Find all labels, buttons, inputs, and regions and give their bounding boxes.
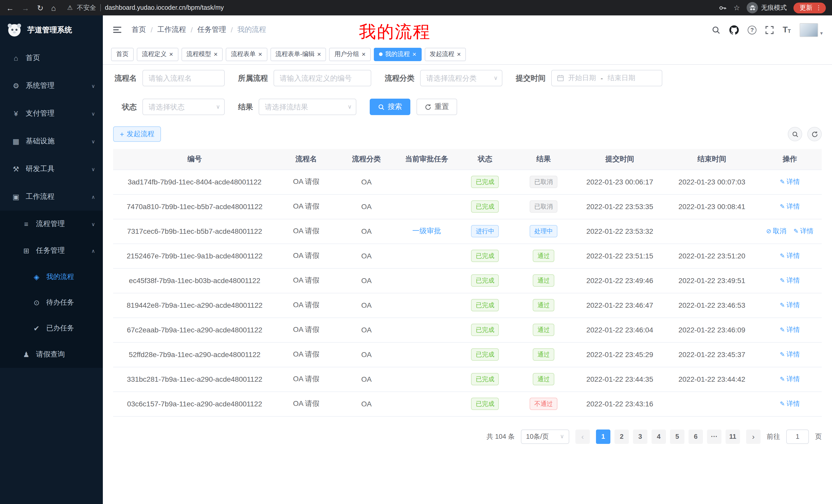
url-text[interactable]: dashboard.yudao.iocoder.cn/bpm/task/my xyxy=(105,4,224,11)
cell-category: OA xyxy=(336,268,396,293)
status-select-input[interactable] xyxy=(142,99,225,115)
page-button[interactable]: 6 xyxy=(688,429,703,444)
detail-action[interactable]: ✎详情 xyxy=(794,227,813,236)
filter-label-category: 流程分类 xyxy=(385,73,414,83)
sidebar-item-leave-query[interactable]: ♟ 请假查询 xyxy=(0,341,103,368)
detail-action[interactable]: ✎详情 xyxy=(780,301,800,310)
detail-action[interactable]: ✎详情 xyxy=(780,202,800,211)
reset-button[interactable]: 重置 xyxy=(417,99,457,115)
close-icon[interactable]: × xyxy=(317,51,321,58)
address-bar[interactable]: ⚠ 不安全 dashboard.yudao.iocoder.cn/bpm/tas… xyxy=(67,3,719,12)
page-ellipsis-button[interactable]: ··· xyxy=(707,429,722,444)
page-button[interactable]: 5 xyxy=(670,429,684,444)
current-task-link[interactable]: 一级审批 xyxy=(412,227,441,235)
search-icon[interactable] xyxy=(712,25,721,34)
table-row: ec45f38f-7b9a-11ec-b03b-acde48001122OA 请… xyxy=(113,268,822,293)
create-process-button[interactable]: + 发起流程 xyxy=(113,127,161,142)
sidebar-collapse-icon[interactable] xyxy=(112,25,122,35)
sidebar-item-my-process[interactable]: ◈ 我的流程 xyxy=(0,264,103,290)
status-tag: 已完成 xyxy=(471,398,499,410)
sidebar-item-todo-tasks[interactable]: ⊙ 待办任务 xyxy=(0,290,103,315)
breadcrumb-item[interactable]: 首页 xyxy=(132,25,146,34)
sidebar-item-payment[interactable]: ¥ 支付管理 ∨ xyxy=(0,100,103,128)
prev-page-button[interactable]: ‹ xyxy=(575,429,590,444)
tab-start-process[interactable]: 发起流程 × xyxy=(424,48,466,61)
result-select-input[interactable] xyxy=(259,99,356,115)
sidebar-item-process-mgmt[interactable]: ≡ 流程管理 ∨ xyxy=(0,211,103,237)
page-size-select[interactable]: 10条/页 ∨ xyxy=(521,429,569,444)
detail-action[interactable]: ✎详情 xyxy=(780,350,800,359)
sidebar-item-task-mgmt[interactable]: ⊞ 任务管理 ∧ xyxy=(0,237,103,264)
tab-process-form[interactable]: 流程表单 × xyxy=(226,48,267,61)
detail-action[interactable]: ✎详情 xyxy=(780,374,800,384)
close-icon[interactable]: × xyxy=(258,51,262,58)
next-page-button[interactable]: › xyxy=(746,429,760,444)
close-icon[interactable]: × xyxy=(412,51,416,58)
cancel-action[interactable]: ⊘取消 xyxy=(766,227,786,236)
cell-current-task xyxy=(396,293,457,317)
close-icon[interactable]: × xyxy=(169,51,173,58)
close-icon[interactable]: × xyxy=(457,51,461,58)
result-select[interactable]: ∨ xyxy=(259,99,356,115)
submit-time-range-picker[interactable]: 开始日期 - 结束日期 xyxy=(551,70,662,86)
search-button[interactable]: 搜索 xyxy=(370,99,410,115)
back-icon[interactable]: ← xyxy=(6,4,14,11)
page-button[interactable]: 11 xyxy=(726,429,740,444)
font-size-icon[interactable]: TT xyxy=(783,26,791,34)
sidebar-item-workflow[interactable]: ▣ 工作流程 ∧ xyxy=(0,183,103,211)
sidebar-item-label: 研发工具 xyxy=(26,164,54,174)
tab-process-model[interactable]: 流程模型 × xyxy=(181,48,223,61)
status-select[interactable]: ∨ xyxy=(142,99,225,115)
toggle-search-button[interactable] xyxy=(788,127,802,141)
bookmark-star-icon[interactable]: ☆ xyxy=(733,4,740,12)
sidebar-item-system[interactable]: ⚙ 系统管理 ∨ xyxy=(0,72,103,100)
page-button[interactable]: 1 xyxy=(596,429,610,444)
tab-user-group[interactable]: 用户分组 × xyxy=(329,48,371,61)
page-button[interactable]: 3 xyxy=(633,429,647,444)
update-menu-button[interactable]: 更新 ⋮ xyxy=(794,2,826,13)
tab-home[interactable]: 首页 xyxy=(111,48,134,61)
status-tag: 已完成 xyxy=(471,299,499,311)
github-icon[interactable] xyxy=(729,25,739,35)
tab-process-form-edit[interactable]: 流程表单-编辑 × xyxy=(270,48,326,61)
goto-page-input[interactable] xyxy=(786,429,809,444)
security-label[interactable]: 不安全 xyxy=(77,3,96,12)
sidebar-item-home[interactable]: ⌂ 首页 xyxy=(0,44,103,72)
detail-action[interactable]: ✎详情 xyxy=(780,325,800,334)
category-select[interactable]: ∨ xyxy=(420,70,502,86)
breadcrumb-separator: / xyxy=(191,26,193,34)
tab-my-process[interactable]: 我的流程 × xyxy=(374,48,421,61)
sidebar-item-done-tasks[interactable]: ✔ 已办任务 xyxy=(0,315,103,341)
cell-end-time: 2022-01-23 00:07:03 xyxy=(666,170,758,194)
detail-action[interactable]: ✎详情 xyxy=(780,276,800,285)
detail-action[interactable]: ✎详情 xyxy=(780,177,800,187)
close-icon[interactable]: × xyxy=(362,51,366,58)
breadcrumb-item[interactable]: 工作流程 xyxy=(157,25,186,34)
sidebar-item-infra[interactable]: ▦ 基础设施 ∨ xyxy=(0,128,103,155)
browser-home-icon[interactable]: ⌂ xyxy=(51,4,56,11)
cell-id: 03c6c157-7b9a-11ec-a290-acde48001122 xyxy=(113,391,276,416)
detail-action[interactable]: ✎详情 xyxy=(780,251,800,260)
page-button[interactable]: 4 xyxy=(651,429,666,444)
process-def-input[interactable] xyxy=(274,70,371,86)
close-icon[interactable]: × xyxy=(214,51,217,58)
fullscreen-icon[interactable] xyxy=(765,25,774,34)
edit-icon: ✎ xyxy=(780,351,785,358)
forward-icon[interactable]: → xyxy=(22,4,29,11)
detail-action[interactable]: ✎详情 xyxy=(780,399,800,409)
reload-icon[interactable]: ↻ xyxy=(37,4,44,11)
cell-name: OA 请假 xyxy=(276,367,336,391)
sidebar-item-devtools[interactable]: ⚒ 研发工具 ∨ xyxy=(0,155,103,183)
tab-process-definition[interactable]: 流程定义 × xyxy=(137,48,178,61)
app-logo[interactable]: 芋道管理系统 xyxy=(0,16,103,44)
page-button[interactable]: 2 xyxy=(615,429,629,444)
category-select-input[interactable] xyxy=(420,70,502,86)
process-name-input[interactable] xyxy=(142,70,225,86)
help-icon[interactable]: ? xyxy=(748,25,756,34)
breadcrumb-item[interactable]: 任务管理 xyxy=(198,25,226,34)
cell-id: 7470a810-7b9b-11ec-b5b7-acde48001122 xyxy=(113,194,276,219)
key-icon[interactable] xyxy=(719,4,727,11)
user-avatar[interactable]: ▾ xyxy=(800,23,823,37)
refresh-table-button[interactable] xyxy=(807,127,822,141)
sidebar-item-label: 任务管理 xyxy=(36,246,65,255)
